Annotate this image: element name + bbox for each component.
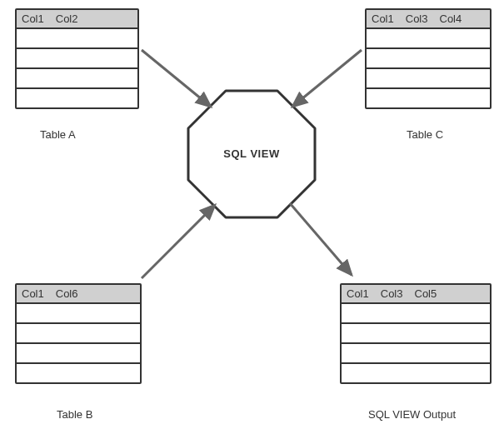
table-row	[342, 324, 490, 344]
table-c-caption: Table C	[407, 128, 443, 141]
table-row	[17, 69, 137, 89]
table-c: Col1 Col3 Col4	[365, 8, 492, 109]
table-c-col3: Col4	[440, 12, 462, 25]
sql-view-label: SQL VIEW	[185, 147, 318, 160]
table-row	[17, 324, 140, 344]
table-row	[342, 364, 490, 382]
table-row	[17, 89, 137, 107]
table-row	[17, 364, 140, 382]
table-row	[342, 304, 490, 324]
table-a-col2: Col2	[56, 12, 78, 25]
table-b-header: Col1 Col6	[17, 285, 140, 304]
table-b: Col1 Col6	[15, 283, 142, 384]
table-row	[367, 69, 490, 89]
sql-view-octagon: SQL VIEW	[185, 87, 318, 221]
table-row	[17, 49, 137, 69]
table-output: Col1 Col3 Col5	[340, 283, 492, 384]
table-b-caption: Table B	[57, 408, 92, 421]
table-row	[17, 344, 140, 364]
table-row	[342, 344, 490, 364]
table-row	[17, 304, 140, 324]
table-c-col2: Col3	[406, 12, 428, 25]
table-a: Col1 Col2	[15, 8, 139, 109]
table-a-header: Col1 Col2	[17, 10, 137, 29]
table-output-caption: SQL VIEW Output	[368, 408, 456, 421]
table-output-col2: Col3	[381, 287, 403, 300]
table-row	[367, 89, 490, 107]
diagram-canvas: Col1 Col2 Table A Col1 Col3 Col4 Table C…	[0, 0, 504, 444]
table-c-header: Col1 Col3 Col4	[367, 10, 490, 29]
table-output-col3: Col5	[415, 287, 437, 300]
table-a-caption: Table A	[40, 128, 76, 141]
table-output-col1: Col1	[347, 287, 369, 300]
table-row	[17, 29, 137, 49]
table-a-col1: Col1	[22, 12, 44, 25]
table-row	[367, 49, 490, 69]
table-b-col2: Col6	[56, 287, 78, 300]
table-output-header: Col1 Col3 Col5	[342, 285, 490, 304]
table-row	[367, 29, 490, 49]
table-c-col1: Col1	[372, 12, 394, 25]
table-b-col1: Col1	[22, 287, 44, 300]
